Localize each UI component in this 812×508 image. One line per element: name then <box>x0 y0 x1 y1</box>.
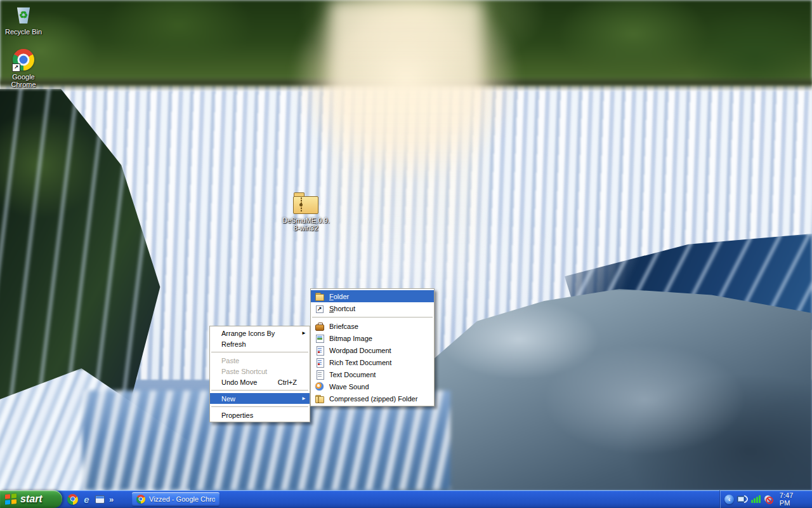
network-icon[interactable] <box>737 495 748 504</box>
internet-explorer-icon[interactable]: e <box>81 494 92 505</box>
menu-item-text-document[interactable]: Text Document <box>311 368 434 380</box>
menu-item-label: Briefcase <box>329 323 358 330</box>
menu-item-label: Compressed (zipped) Folder <box>329 395 417 403</box>
submenu-arrow-icon: ► <box>301 331 306 336</box>
submenu-arrow-icon: ► <box>301 396 306 401</box>
desktop: ♻ Recycle Bin ↗ Google Chrome DeSmuME.0.… <box>0 0 812 508</box>
shortcut-badge-icon: ↗ <box>12 64 20 72</box>
menu-item-wordpad-document[interactable]: Wordpad Document <box>311 344 434 356</box>
recycle-bin-icon: ♻ <box>11 3 36 26</box>
menu-item-label: Text Document <box>329 371 376 378</box>
desktop-icon-label: Chrome <box>0 81 47 88</box>
rich-text-document-icon <box>315 358 325 368</box>
taskbar: start e » Vizzed - Google Chrome ‹ 7:47 … <box>0 490 812 508</box>
chrome-icon <box>136 495 145 504</box>
desktop-icon-label: Recycle Bin <box>0 28 47 36</box>
menu-item-label: Wordpad Document <box>329 347 391 354</box>
menu-item-shortcut[interactable]: Shortcut <box>311 302 434 314</box>
windows-logo-icon <box>5 493 16 505</box>
taskbar-button-label: Vizzed - Google Chrome <box>149 495 215 503</box>
signal-strength-icon[interactable] <box>751 495 761 503</box>
menu-item-paste: Paste <box>210 355 310 366</box>
desktop-icon-label: DeSmuME.0.9. <box>282 217 329 224</box>
menu-item-wave-sound[interactable]: Wave Sound <box>311 380 434 392</box>
menu-item-rich-text-document[interactable]: Rich Text Document <box>311 356 434 368</box>
desktop-context-menu: Arrange Icons By ► Refresh Paste Paste S… <box>209 326 310 422</box>
menu-item-label: Paste Shortcut <box>221 368 267 375</box>
security-blocked-icon[interactable] <box>764 495 773 504</box>
quick-launch-overflow-chevron-icon[interactable]: » <box>109 495 114 504</box>
wave-sound-icon <box>315 382 325 392</box>
desktop-icon-label: Google <box>0 73 47 81</box>
menu-item-accelerator: Ctrl+Z <box>278 378 297 386</box>
tray-collapse-chevron-icon[interactable]: ‹ <box>724 495 734 504</box>
menu-separator <box>211 406 308 407</box>
menu-item-briefcase[interactable]: Briefcase <box>311 320 434 332</box>
menu-separator <box>211 352 308 352</box>
quick-launch-bar: e » <box>67 490 114 508</box>
zipper <box>301 197 302 211</box>
wallpaper <box>0 0 812 490</box>
zipped-folder-icon <box>315 394 325 404</box>
text-document-icon <box>315 370 325 380</box>
menu-item-paste-shortcut: Paste Shortcut <box>210 366 310 377</box>
tray-clock[interactable]: 7:47 PM <box>780 491 804 507</box>
shortcut-icon <box>315 304 325 314</box>
menu-item-label: Bitmap Image <box>329 335 372 342</box>
flag-pane <box>5 494 10 499</box>
briefcase-icon <box>315 321 325 331</box>
desktop-icon-label: 8-win32 <box>282 224 329 232</box>
menu-item-label: Arrange Icons By <box>221 330 275 337</box>
flag-pane <box>11 493 16 498</box>
chrome-icon[interactable] <box>67 494 78 505</box>
menu-separator <box>211 390 308 391</box>
flag-pane <box>11 499 16 504</box>
menu-separator <box>312 317 433 318</box>
show-desktop-icon[interactable] <box>95 495 105 504</box>
desktop-icon-desmume-zip[interactable]: DeSmuME.0.9. 8-win32 <box>282 192 329 232</box>
start-button[interactable]: start <box>0 490 62 508</box>
menu-item-label: Rich Text Document <box>329 359 391 366</box>
menu-item-new[interactable]: New ► <box>210 393 310 404</box>
menu-item-folder[interactable]: Folder <box>311 290 434 302</box>
menu-item-bitmap-image[interactable]: Bitmap Image <box>311 332 434 344</box>
menu-item-label: F <box>329 293 334 300</box>
menu-item-label: Wave Sound <box>329 383 369 391</box>
menu-item-arrange-icons-by[interactable]: Arrange Icons By ► <box>210 328 310 338</box>
zipper <box>318 397 319 403</box>
menu-item-label: Paste <box>221 357 239 364</box>
menu-item-label: Undo Move <box>221 378 257 386</box>
folder-icon <box>315 291 325 302</box>
desktop-icon-google-chrome[interactable]: ↗ Google Chrome <box>0 48 47 88</box>
recycle-glyph-icon: ♻ <box>11 9 36 21</box>
menu-item-label: older <box>334 293 349 300</box>
menu-item-label: hortcut <box>334 305 355 312</box>
menu-item-label: Properties <box>221 411 253 419</box>
flag-pane <box>5 500 10 505</box>
menu-item-compressed-zipped-folder[interactable]: Compressed (zipped) Folder <box>311 392 434 404</box>
bitmap-image-icon <box>315 333 325 344</box>
zipped-folder-icon <box>291 192 320 215</box>
network-wave <box>739 493 750 504</box>
menu-item-label: New <box>221 395 235 403</box>
menu-item-refresh[interactable]: Refresh <box>210 338 310 349</box>
start-button-label: start <box>20 493 43 505</box>
chrome-icon: ↗ <box>11 48 36 71</box>
folder-body <box>293 196 318 214</box>
system-tray: ‹ 7:47 PM <box>719 490 812 508</box>
menu-item-undo-move[interactable]: Undo Move Ctrl+Z <box>210 377 310 387</box>
new-submenu: Folder Shortcut Briefcase Bitmap Image W… <box>310 288 435 406</box>
taskbar-button-vizzed-google-chrome[interactable]: Vizzed - Google Chrome <box>132 492 219 506</box>
wordpad-document-icon <box>315 345 325 356</box>
menu-item-properties[interactable]: Properties <box>210 410 310 420</box>
desktop-icon-recycle-bin[interactable]: ♻ Recycle Bin <box>0 3 47 36</box>
menu-item-label: Refresh <box>221 340 246 348</box>
